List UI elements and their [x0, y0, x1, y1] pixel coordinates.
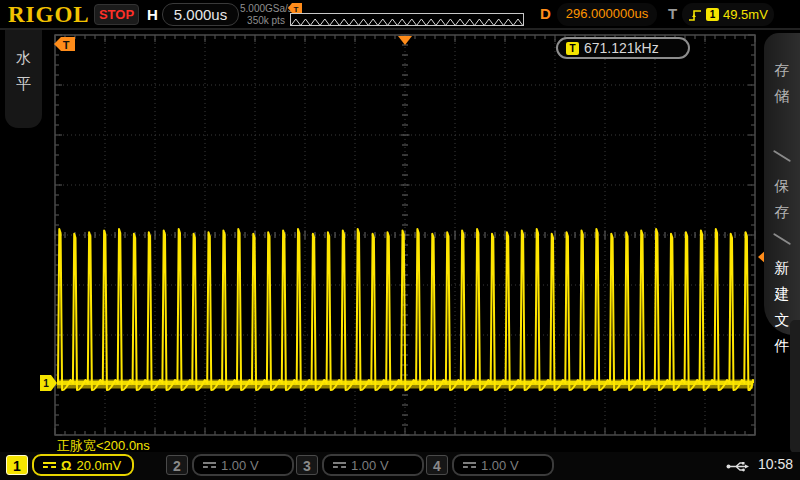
channel-3-badge[interactable]: 3 — [296, 455, 318, 475]
clock: 10:58 — [758, 456, 793, 472]
storage-menu-panel: 存储 保存 新建文件 — [764, 33, 800, 335]
horizontal-offset-value[interactable]: 296.000000us — [557, 3, 657, 26]
freq-counter-badge: T — [566, 42, 579, 55]
horizontal-menu-tab[interactable]: 水平 — [5, 30, 42, 128]
channel-3-scale: 1.00 V — [351, 458, 389, 473]
trigger-label: T — [668, 5, 677, 22]
trigger-level-value: 49.5mV — [723, 7, 768, 22]
dc-coupling-icon — [463, 462, 476, 468]
timebase-value[interactable]: 5.000us — [162, 3, 239, 26]
dc-coupling-icon — [43, 462, 56, 468]
channel-1-settings[interactable]: Ω 20.0mV — [32, 454, 134, 476]
channel-2-badge[interactable]: 2 — [166, 455, 188, 475]
top-status-bar: RIGOL STOP H 5.000us 5.000GSa/s 350k pts… — [0, 0, 800, 30]
menu-item-storage[interactable]: 存储 — [773, 57, 791, 109]
rigol-logo: RIGOL — [8, 2, 90, 28]
run-state-indicator[interactable]: STOP — [94, 4, 139, 25]
trigger-time-flag-label: T — [63, 39, 70, 51]
dc-coupling-icon — [203, 462, 216, 468]
waveform-display: T1T — [0, 0, 800, 480]
oscilloscope-screen: T1T RIGOL STOP H 5.000us 5.000GSa/s 350k… — [0, 0, 800, 480]
trigger-source-badge: 1 — [706, 8, 719, 21]
freq-counter-value: 671.121kHz — [584, 40, 659, 56]
frequency-counter: T 671.121kHz — [556, 37, 690, 59]
channel-1-badge[interactable]: 1 — [6, 455, 28, 475]
menu-separator — [773, 150, 791, 162]
dc-coupling-icon — [333, 462, 346, 468]
impedance-label: Ω — [61, 458, 71, 473]
channel-1-trace — [57, 229, 753, 390]
preview-window — [290, 13, 524, 26]
horizontal-label: H — [147, 6, 158, 23]
menu-item-save[interactable]: 保存 — [773, 173, 791, 225]
horizontal-menu-label: 水平 — [15, 45, 32, 97]
channel-4-scale: 1.00 V — [481, 458, 519, 473]
memory-waveform-preview[interactable]: T — [288, 3, 526, 27]
delay-label: D — [540, 5, 551, 22]
channel-1-scale: 20.0mV — [76, 458, 121, 473]
channel-2-settings[interactable]: 1.00 V — [192, 454, 294, 476]
preview-zigzag-icon — [291, 17, 523, 28]
trigger-position-marker[interactable] — [398, 36, 412, 45]
channel-2-scale: 1.00 V — [221, 458, 259, 473]
channel-status-bar: 1 Ω 20.0mV 2 1.00 V 3 1.00 V 4 1.00 V 10… — [0, 452, 800, 480]
trigger-position-flag-icon: T — [288, 3, 303, 13]
channel-3-settings[interactable]: 1.00 V — [322, 454, 424, 476]
trigger-settings[interactable]: 1 49.5mV — [682, 3, 774, 26]
sample-rate: 5.000GSa/s 350k pts — [240, 3, 292, 27]
channel-4-badge[interactable]: 4 — [426, 455, 448, 475]
menu-separator — [773, 233, 791, 245]
usb-icon — [726, 460, 750, 473]
channel-4-settings[interactable]: 1.00 V — [452, 454, 554, 476]
menu-item-new-file[interactable]: 新建文件 — [773, 255, 791, 359]
svg-text:T: T — [294, 5, 299, 14]
menu-edge-strip — [790, 320, 800, 453]
rising-edge-icon — [688, 7, 702, 23]
channel-1-ground-label: 1 — [43, 378, 49, 389]
